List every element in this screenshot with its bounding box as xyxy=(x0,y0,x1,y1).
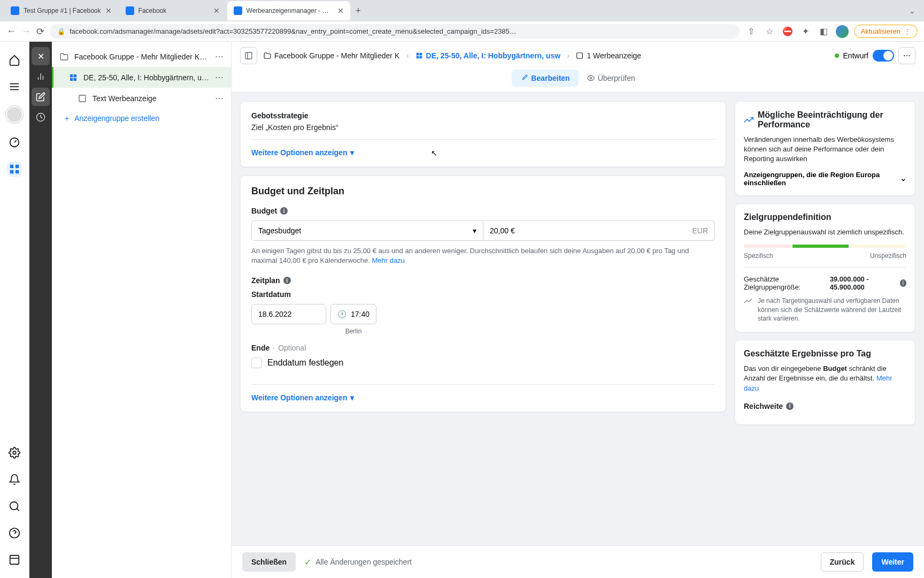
budget-amount-input[interactable]: 20,00 € EUR xyxy=(483,220,715,241)
speedometer-icon[interactable] xyxy=(7,135,22,150)
collapse-panel-button[interactable] xyxy=(240,47,257,64)
audience-meter xyxy=(744,245,906,248)
budget-currency: EUR xyxy=(692,226,708,235)
home-icon[interactable] xyxy=(7,52,22,67)
browser-tab[interactable]: Facebook ✕ xyxy=(119,1,226,20)
update-button[interactable]: Aktualisieren ⋮ xyxy=(854,25,918,38)
performance-warning-title: Mögliche Beeinträchtigung der Performanc… xyxy=(758,110,906,130)
panel-icon[interactable] xyxy=(7,552,22,567)
close-icon[interactable]: ✕ xyxy=(337,6,344,15)
gear-icon[interactable] xyxy=(7,445,22,460)
svg-rect-4 xyxy=(10,165,13,168)
grid-icon[interactable] xyxy=(7,162,22,177)
tab-edit-label: Bearbeiten xyxy=(531,74,569,82)
close-icon[interactable]: ✕ xyxy=(213,6,220,15)
estimated-results-text: Das von dir eingegebene Budget schränkt … xyxy=(744,364,906,393)
browser-tab[interactable]: Test Gruppe #1 | Facebook ✕ xyxy=(4,1,118,20)
budget-type-select[interactable]: Tagesbudget ▾ xyxy=(251,220,483,241)
create-adset-label: Anzeigengruppe erstellen xyxy=(74,114,159,123)
eye-icon xyxy=(587,74,595,82)
info-icon[interactable]: i xyxy=(786,402,794,410)
europe-adsets-expand[interactable]: Anzeigengruppen, die die Region Europa e… xyxy=(744,171,906,187)
tree-campaign[interactable]: Facebook Gruppe - Mehr Mitglieder Ka… ⋯ xyxy=(52,46,231,67)
close-button[interactable]: Schließen xyxy=(242,552,296,572)
saved-status: ✓ Alle Änderungen gespeichert xyxy=(304,557,412,567)
ad-icon xyxy=(576,52,583,59)
learn-more-link[interactable]: Mehr dazu xyxy=(372,256,404,264)
close-editor-button[interactable]: ✕ xyxy=(32,47,50,65)
meter-left-label: Spezifisch xyxy=(744,252,773,260)
bidding-heading: Gebotsstrategie xyxy=(251,111,715,120)
extensions-icon[interactable]: ✦ xyxy=(799,25,812,38)
end-date-label: Ende xyxy=(251,344,270,352)
share-icon[interactable]: ⇧ xyxy=(745,25,758,38)
search-icon[interactable] xyxy=(7,499,22,514)
browser-tab-active[interactable]: Werbeanzeigenmanager - Wer ✕ xyxy=(227,1,350,20)
start-date-label: Startdatum xyxy=(251,290,291,299)
tab-review[interactable]: Überprüfen xyxy=(579,70,644,87)
clock-icon[interactable] xyxy=(32,108,50,126)
new-tab-button[interactable]: + xyxy=(351,3,366,19)
optional-label: Optional xyxy=(278,344,306,352)
svg-rect-28 xyxy=(416,56,419,59)
svg-rect-7 xyxy=(16,170,19,173)
show-more-bidding[interactable]: Weitere Optionen anzeigen ▾ xyxy=(251,148,715,157)
budget-help-text: An einigen Tagen gibst du bis zu 25,00 €… xyxy=(251,246,715,265)
status-toggle[interactable] xyxy=(873,50,894,62)
show-more-label: Weitere Optionen anzeigen xyxy=(251,393,347,402)
forward-button[interactable]: → xyxy=(21,26,31,37)
tabs-dropdown-icon[interactable]: ⌄ xyxy=(905,4,920,17)
user-avatar[interactable] xyxy=(6,106,23,123)
check-icon: ✓ xyxy=(304,557,311,567)
bell-icon[interactable] xyxy=(7,472,22,487)
breadcrumb-adset[interactable]: DE, 25-50, Alle, I: Hobbygärtnern, usw xyxy=(415,51,561,60)
tab-title: Facebook xyxy=(138,7,209,14)
help-icon[interactable] xyxy=(7,526,22,541)
set-end-date-checkbox[interactable] xyxy=(251,358,262,368)
chevron-down-icon: ▾ xyxy=(350,393,354,402)
edit-icon[interactable] xyxy=(32,88,50,106)
svg-point-8 xyxy=(13,451,16,454)
svg-rect-27 xyxy=(419,53,422,56)
sidebar-icon[interactable]: ◧ xyxy=(818,25,830,38)
svg-rect-20 xyxy=(74,74,76,77)
adblock-icon[interactable]: ⛔ xyxy=(781,25,794,38)
more-icon[interactable]: ⋯ xyxy=(215,72,224,82)
chevron-down-icon: ▾ xyxy=(350,148,354,157)
svg-rect-24 xyxy=(245,52,252,59)
more-icon[interactable]: ⋯ xyxy=(215,93,224,103)
info-icon[interactable]: i xyxy=(900,279,906,287)
star-icon[interactable]: ☆ xyxy=(763,25,776,38)
tree-ad[interactable]: Text Werbeanzeige ⋯ xyxy=(52,88,231,109)
next-button[interactable]: Weiter xyxy=(872,552,913,572)
tab-edit[interactable]: Bearbeiten xyxy=(512,70,578,87)
tree-adset-label: DE, 25-50, Alle, I: Hobbygärtnern, usw… xyxy=(83,73,210,82)
tree-adset[interactable]: DE, 25-50, Alle, I: Hobbygärtnern, usw… … xyxy=(52,67,231,88)
back-button[interactable]: ← xyxy=(6,26,16,37)
menu-icon[interactable] xyxy=(7,79,22,94)
more-menu-button[interactable]: ⋯ xyxy=(898,47,915,64)
start-time-input[interactable]: 🕐 17:40 xyxy=(330,304,376,324)
url-input[interactable]: 🔒 facebook.com/adsmanager/manage/adsets/… xyxy=(50,24,740,39)
chevron-down-icon: ▾ xyxy=(473,226,476,235)
facebook-left-rail xyxy=(0,42,29,578)
more-icon[interactable]: ⋯ xyxy=(215,51,224,62)
ad-icon xyxy=(78,94,87,103)
chart-icon[interactable] xyxy=(32,67,50,86)
svg-rect-23 xyxy=(79,95,86,102)
browser-url-bar: ← → ⟳ 🔒 facebook.com/adsmanager/manage/a… xyxy=(0,21,924,42)
info-icon[interactable]: i xyxy=(283,277,291,284)
start-date-input[interactable]: 18.6.2022 xyxy=(251,304,326,324)
show-more-schedule[interactable]: Weitere Optionen anzeigen ▾ xyxy=(251,393,715,402)
close-icon[interactable]: ✕ xyxy=(105,6,112,15)
chevron-right-icon: › xyxy=(567,51,569,60)
create-adset-button[interactable]: + Anzeigengruppe erstellen xyxy=(52,109,231,128)
back-button[interactable]: Zurück xyxy=(821,552,864,572)
breadcrumb-ad[interactable]: 1 Werbeanzeige xyxy=(576,51,641,60)
breadcrumb-campaign[interactable]: Facebook Gruppe - Mehr Mitglieder K xyxy=(264,51,399,60)
audience-definition-card: Zielgruppendefinition Deine Zielgruppena… xyxy=(735,203,915,333)
reload-button[interactable]: ⟳ xyxy=(36,26,44,37)
profile-avatar[interactable] xyxy=(836,25,849,38)
timezone-label: Berlin xyxy=(330,328,376,335)
info-icon[interactable]: i xyxy=(280,207,288,215)
